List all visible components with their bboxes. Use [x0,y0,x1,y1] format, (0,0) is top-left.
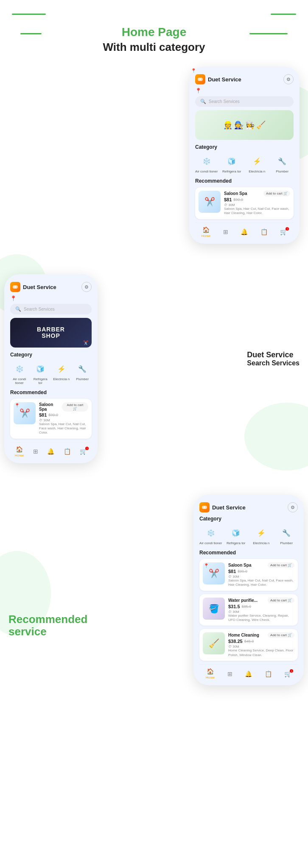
fridge-label-3: Refrigera tor [227,542,245,545]
logo-icon-3 [199,502,210,512]
category-plumber-3[interactable]: 🔧 Plumber [275,525,298,545]
add-to-cart-cleaning[interactable]: Add to cart 🛒 [268,632,294,638]
scissors-icon: ✂️ [83,340,88,345]
fridge-icon-1: 🧊 [224,153,239,169]
app-topbar-2: Duet Service ⚙ [10,282,92,292]
bottom-nav-3: 🏠 Home ⊞ 🔔 📋 🛒 1 [199,664,298,681]
electric-label-1: Electricia n [249,170,265,174]
grid-icon-2: ⊞ [33,448,38,455]
location-row-1: 📍 [195,88,294,94]
home-label-3: Home [206,676,215,679]
fridge-label-2: Refrigera tor [31,378,50,385]
nav-cart-2[interactable]: 🛒 1 [80,448,87,455]
rec-card-water: 🪣 Water purifie... Add to cart 🛒 $31.5 $… [199,594,298,626]
saloon-desc-3: Saloon Spa, Hair Cut, Nail Cut, Face was… [228,579,294,587]
category-electric-3[interactable]: ⚡ Electricia n [250,525,273,545]
category-plumber-2[interactable]: 🔧 Plumber [73,361,92,385]
category-title-2: Category [10,352,92,358]
phone-top-right: Duet Service ⚙ 📍 🔍 Search Services 👷 🧑‍🔧… [189,67,300,244]
person-3: 👩‍🍳 [245,120,255,130]
nav-home-2[interactable]: 🏠 Home [15,446,24,457]
saloon-price-1: $81 [224,197,232,202]
mid-label: Duet Service Search Services [247,351,300,367]
cart-badge-3: 1 [290,669,293,673]
cleaning-name: Home Cleaning [228,633,259,637]
svg-point-3 [14,285,18,289]
category-electric-1[interactable]: ⚡ Electricia n [246,153,269,174]
ac-label-2: Air condi tioner [10,378,29,385]
plumber-icon-1: 🔧 [274,153,290,169]
add-to-cart-water[interactable]: Add to cart 🛒 [268,598,294,603]
search-bar-2[interactable]: 🔍 Search Services [10,304,92,314]
category-plumber-1[interactable]: 🔧 Plumber [271,153,294,174]
phone-mid-left: Duet Service ⚙ 📍 🔍 Search Services BARBE… [4,274,98,463]
plumber-icon-3: 🔧 [279,525,294,540]
saloon-desc-1: Saloon Spa, Hair Cut, Nail Cut, Face was… [224,207,290,216]
category-electric-2[interactable]: ⚡ Electricia n [52,361,71,385]
saloon-content-2: Saloon Spa Add to cart 🛒 $81 $90.0 ⏱ 30M… [39,402,88,435]
app-name-1: Duet Service [208,76,241,83]
ac-label-3: Air condi tioner [199,542,222,545]
nav-clipboard-1[interactable]: 📋 [260,228,268,235]
add-to-cart-saloon-1[interactable]: Add to cart 🛒 [263,191,290,196]
nav-clipboard-3[interactable]: 📋 [265,670,272,677]
nav-grid-2[interactable]: ⊞ [33,448,38,455]
section-bottom: Duet Service ⚙ Category ❄️ Air condi tio… [0,495,308,783]
nav-grid-3[interactable]: ⊞ [227,670,232,677]
clipboard-icon-3: 📋 [265,670,272,677]
settings-icon-3[interactable]: ⚙ [288,502,298,512]
search-icon-2: 🔍 [15,306,21,312]
ac-icon-2: ❄️ [12,361,27,376]
recommended-title-3: Recommended [199,550,298,556]
nav-bell-2[interactable]: 🔔 [47,448,54,455]
nav-home-1[interactable]: 🏠 Home [202,226,210,238]
nav-cart-1[interactable]: 🛒 1 [280,228,287,236]
saloon-name-2: Saloon Spa [39,402,62,412]
water-name: Water purifie... [228,598,258,603]
app-logo-1: Duet Service [195,74,241,84]
water-price-row: $31.5 $35.0 [228,604,294,609]
recommended-title-1: Recommended [195,178,294,184]
saloon-old-price-3: $90.0 [238,569,247,573]
app-topbar-1: Duet Service ⚙ [195,74,294,84]
cleaning-time: ⏱ 30M [228,645,294,648]
category-ac-3[interactable]: ❄️ Air condi tioner [199,525,222,545]
cleaning-header: Home Cleaning Add to cart 🛒 [228,632,294,638]
grid-icon-1: ⊞ [223,228,228,235]
grid-icon-3: ⊞ [227,670,232,677]
category-fridge-3[interactable]: 🧊 Refrigera tor [225,525,248,545]
water-time: ⏱ 30M [228,610,294,614]
home-label-1: Home [202,234,210,238]
section-mid: Duet Service ⚙ 📍 🔍 Search Services BARBE… [0,274,308,520]
category-fridge-1[interactable]: 🧊 Refrigera tor [221,153,244,174]
fridge-label-1: Refrigera tor [222,170,241,174]
fridge-icon-3: 🧊 [228,525,244,540]
nav-bell-1[interactable]: 🔔 [241,228,248,235]
banner-barber-1: BARBERSHOP ✂️ [10,318,92,348]
search-bar-1[interactable]: 🔍 Search Services [195,96,294,107]
settings-icon-1[interactable]: ⚙ [283,74,294,84]
barber-text-wrapper: BARBERSHOP [37,326,65,339]
nav-bell-3[interactable]: 🔔 [245,670,252,677]
page-wrapper: Home Page With multi category Duet Servi… [0,0,308,800]
home-icon-1: 🏠 [202,226,210,233]
ac-label-1: Air condi tioner [195,170,218,174]
nav-clipboard-2[interactable]: 📋 [64,448,71,455]
app-topbar-3: Duet Service ⚙ [199,502,298,512]
saloon-price-3: $81 [228,569,236,574]
electric-label-2: Electricia n [53,378,70,381]
category-fridge-2[interactable]: 🧊 Refrigera tor [31,361,50,385]
category-ac-1[interactable]: ❄️ Air condi tioner [195,153,218,174]
settings-icon-2[interactable]: ⚙ [81,282,92,292]
add-to-cart-saloon-2[interactable]: Add to cart 🛒 [62,402,88,412]
cleaning-old-price: $45.0 [244,639,254,643]
saloon-name-1: Saloon Spa [224,191,247,196]
nav-home-3[interactable]: 🏠 Home [206,668,215,679]
nav-grid-1[interactable]: ⊞ [223,228,228,235]
nav-cart-3[interactable]: 🛒 1 [284,670,291,678]
add-to-cart-saloon-3[interactable]: Add to cart 🛒 [268,562,294,568]
fridge-icon-2: 🧊 [33,361,48,376]
plumber-icon-2: 🔧 [75,361,90,376]
rec-card-cleaning: 🧹 Home Cleaning Add to cart 🛒 $38.25 $45… [199,629,298,661]
category-ac-2[interactable]: ❄️ Air condi tioner [10,361,29,385]
